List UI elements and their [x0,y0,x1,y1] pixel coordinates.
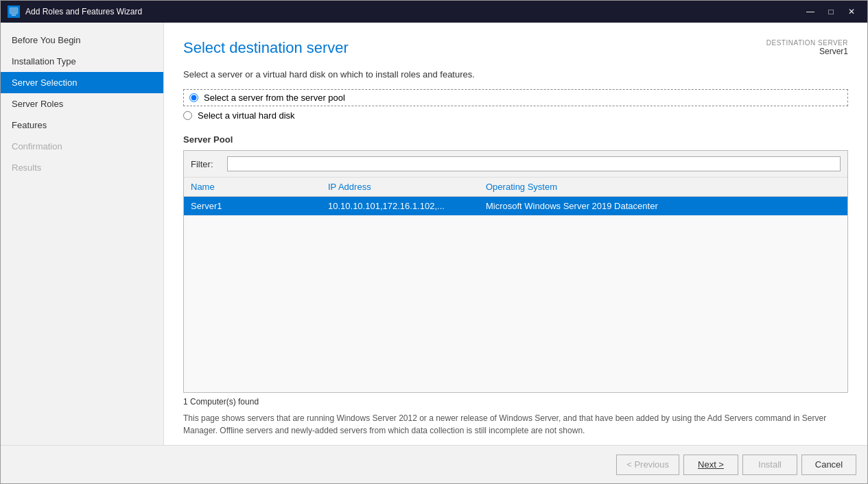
radio-virtual-disk[interactable] [183,111,192,120]
header-row: Select destination server DESTINATION SE… [183,39,848,57]
sidebar-item-results: Results [1,157,163,178]
title-bar-text: Add Roles and Features Wizard [25,7,801,16]
radio-server-pool-option[interactable]: Select a server from the server pool [183,89,848,106]
radio-group: Select a server from the server pool Sel… [183,89,848,125]
previous-button[interactable]: < Previous [616,455,679,475]
maximize-button[interactable]: □ [822,5,840,19]
radio-virtual-disk-label: Select a virtual hard disk [198,110,295,121]
content-area: Before You Begin Installation Type Serve… [1,23,867,445]
close-button[interactable]: ✕ [843,5,860,19]
page-title: Select destination server [183,39,349,57]
found-count: 1 Computer(s) found [183,397,848,407]
radio-virtual-disk-option[interactable]: Select a virtual hard disk [183,110,848,121]
destination-server-info: DESTINATION SERVER Server1 [766,39,848,56]
server-pool-container: Filter: Name IP Address Operating System [183,150,848,393]
main-window: Add Roles and Features Wizard — □ ✕ Befo… [0,0,868,484]
server-pool-label: Server Pool [183,134,848,145]
svg-rect-1 [11,14,16,15]
next-button[interactable]: Next > [683,455,738,475]
install-button: Install [742,455,797,475]
radio-server-pool-label: Select a server from the server pool [204,93,345,103]
title-bar: Add Roles and Features Wizard — □ ✕ [1,1,867,23]
cancel-button[interactable]: Cancel [801,455,856,475]
col-name[interactable]: Name [184,178,321,197]
destination-value: Server1 [766,47,848,56]
cell-os: Microsoft Windows Server 2019 Datacenter [479,197,847,216]
col-os[interactable]: Operating System [479,178,847,197]
sidebar-item-confirmation: Confirmation [1,136,163,157]
window-controls: — □ ✕ [801,5,860,19]
filter-label: Filter: [191,159,222,169]
sidebar-item-before-you-begin[interactable]: Before You Begin [1,29,163,51]
sidebar-item-server-roles[interactable]: Server Roles [1,93,163,114]
app-icon [8,5,20,18]
radio-server-pool[interactable] [189,93,198,102]
sidebar-item-installation-type[interactable]: Installation Type [1,51,163,72]
description-text: Select a server or a virtual hard disk o… [183,69,848,80]
svg-rect-0 [10,8,18,14]
sidebar-item-server-selection[interactable]: Server Selection [1,72,163,93]
destination-label: DESTINATION SERVER [766,39,848,47]
table-row[interactable]: Server1 10.10.10.101,172.16.1.102,... Mi… [184,197,847,216]
col-ip[interactable]: IP Address [321,178,479,197]
server-table: Name IP Address Operating System Server1… [184,178,847,216]
footer: < Previous Next > Install Cancel [1,445,867,483]
sidebar: Before You Begin Installation Type Serve… [1,23,164,445]
filter-input[interactable] [227,156,841,171]
minimize-button[interactable]: — [801,5,819,19]
cell-ip: 10.10.10.101,172.16.1.102,... [321,197,479,216]
info-text: This page shows servers that are running… [183,412,848,445]
main-panel: Select destination server DESTINATION SE… [164,23,867,445]
filter-row: Filter: [184,151,847,178]
cell-name: Server1 [184,197,321,216]
server-table-container: Name IP Address Operating System Server1… [184,178,847,392]
svg-rect-2 [12,15,16,16]
sidebar-item-features[interactable]: Features [1,114,163,136]
